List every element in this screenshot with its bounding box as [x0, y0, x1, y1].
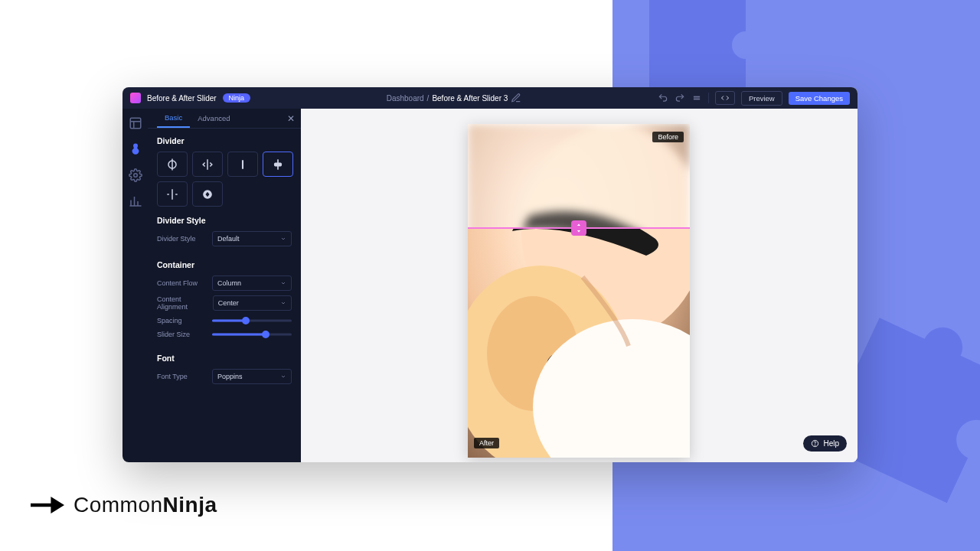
divider-option-2[interactable] — [192, 152, 223, 177]
help-icon — [811, 439, 819, 448]
after-label: After — [474, 438, 499, 448]
undo-icon[interactable] — [658, 93, 668, 103]
before-after-frame[interactable]: Before After — [468, 124, 690, 458]
slider-size-slider[interactable] — [212, 331, 292, 338]
code-button[interactable] — [715, 91, 735, 105]
chevron-down-icon — [280, 300, 286, 306]
app-logo-icon — [130, 93, 141, 103]
content-flow-select[interactable]: Column — [212, 276, 292, 291]
spacing-slider[interactable] — [212, 317, 292, 324]
nav-settings-icon[interactable] — [129, 168, 142, 182]
breadcrumb-sep: / — [427, 94, 430, 103]
brand: CommonNinja — [31, 493, 217, 517]
nav-style-icon[interactable] — [129, 142, 142, 156]
divider-option-5[interactable] — [157, 181, 188, 207]
iconbar — [122, 109, 148, 462]
spacing-label: Spacing — [157, 317, 182, 324]
redo-icon[interactable] — [675, 93, 685, 103]
save-button[interactable]: Save Changes — [789, 92, 850, 105]
divider-section-title: Divider — [157, 136, 292, 145]
help-label: Help — [823, 439, 839, 448]
divider-handle[interactable] — [571, 220, 586, 236]
app-window: Before & After Slider Ninja Dashboard / … — [122, 87, 858, 462]
brand-logo-icon — [31, 497, 64, 514]
divider-option-4[interactable] — [263, 152, 293, 177]
before-label: Before — [652, 132, 684, 142]
tab-advanced[interactable]: Advanced — [190, 109, 237, 128]
divider-options — [157, 152, 292, 207]
font-type-value: Poppins — [217, 373, 243, 380]
divider-style-value: Default — [217, 235, 240, 243]
svg-rect-6 — [277, 159, 279, 169]
svg-rect-2 — [130, 118, 141, 129]
container-section-title: Container — [157, 260, 292, 269]
content-alignment-select[interactable]: Center — [213, 295, 292, 311]
topbar-divider — [708, 93, 709, 103]
brand-text: CommonNinja — [74, 493, 217, 517]
arrow-up-icon — [575, 223, 583, 228]
settings-panel: Basic Advanced ✕ Divider — [148, 109, 301, 462]
slider-size-label: Slider Size — [157, 331, 190, 338]
breadcrumb-current[interactable]: Before & After Slider 3 — [432, 94, 508, 103]
divider-style-label: Divider Style — [157, 235, 196, 243]
chevron-down-icon — [280, 280, 286, 286]
layers-icon[interactable] — [691, 93, 702, 103]
svg-point-3 — [133, 174, 137, 178]
chevron-down-icon — [280, 373, 286, 380]
svg-rect-0 — [694, 96, 700, 98]
content-flow-label: Content Flow — [157, 279, 198, 287]
edit-title-icon[interactable] — [511, 93, 521, 103]
content-flow-value: Column — [217, 279, 241, 287]
close-panel-icon[interactable]: ✕ — [287, 113, 295, 124]
arrow-down-icon — [575, 228, 583, 233]
font-type-label: Font Type — [157, 373, 188, 380]
svg-point-20 — [815, 445, 816, 445]
breadcrumb-root[interactable]: Dashboard — [387, 94, 424, 103]
preview-canvas[interactable]: Before After Help — [301, 109, 858, 462]
app-title: Before & After Slider — [147, 94, 217, 103]
tab-basic[interactable]: Basic — [157, 109, 190, 128]
panel-tabs: Basic Advanced ✕ — [148, 109, 301, 129]
divider-option-3[interactable] — [227, 152, 258, 177]
font-type-select[interactable]: Poppins — [212, 369, 292, 384]
svg-rect-1 — [694, 99, 700, 100]
nav-analytics-icon[interactable] — [129, 194, 142, 208]
divider-option-1[interactable] — [157, 152, 188, 177]
font-section-title: Font — [157, 354, 292, 363]
plan-badge: Ninja — [223, 93, 251, 103]
content-alignment-label: Content Alignment — [157, 295, 213, 311]
content-alignment-value: Center — [218, 299, 239, 307]
help-button[interactable]: Help — [803, 435, 847, 452]
after-image — [468, 228, 690, 458]
divider-style-section-title: Divider Style — [157, 216, 292, 225]
divider-style-select[interactable]: Default — [212, 231, 292, 246]
divider-option-6[interactable] — [192, 181, 223, 207]
preview-button[interactable]: Preview — [741, 91, 782, 106]
topbar: Before & After Slider Ninja Dashboard / … — [122, 87, 858, 109]
chevron-down-icon — [280, 236, 286, 242]
nav-layout-icon[interactable] — [129, 116, 142, 130]
